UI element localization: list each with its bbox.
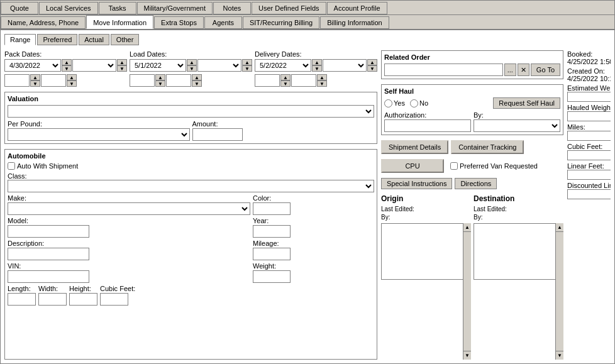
tab-quote[interactable]: Quote bbox=[1, 2, 38, 14]
pack-spin2-up[interactable]: ▲ bbox=[67, 74, 77, 80]
per-pound-select[interactable] bbox=[8, 128, 190, 141]
color-input[interactable] bbox=[253, 202, 291, 215]
load-date2-up[interactable]: ▲ bbox=[242, 59, 252, 65]
subtab-range[interactable]: Range bbox=[4, 34, 36, 45]
related-order-x-button[interactable]: ✕ bbox=[518, 63, 529, 76]
pack-spin2-down[interactable]: ▼ bbox=[67, 80, 77, 87]
pack-spinner2[interactable] bbox=[41, 74, 66, 87]
subtab-actual[interactable]: Actual bbox=[79, 34, 109, 45]
self-haul-no-radio[interactable]: No bbox=[410, 99, 428, 108]
special-instructions-button[interactable]: Special Instructions bbox=[381, 178, 452, 189]
request-self-haul-button[interactable]: Request Self Haul bbox=[493, 97, 560, 109]
amount-input[interactable] bbox=[192, 128, 243, 141]
load-spin1-down[interactable]: ▼ bbox=[155, 80, 165, 87]
delivery-date2-select[interactable] bbox=[323, 59, 367, 72]
height-input[interactable] bbox=[69, 293, 97, 306]
pack-spin1-down[interactable]: ▼ bbox=[30, 80, 40, 87]
dest-scroll-down[interactable]: ▼ bbox=[556, 351, 563, 360]
valuation-select[interactable] bbox=[8, 105, 374, 118]
tab-billing-info[interactable]: Billing Information bbox=[320, 16, 389, 29]
destination-notes[interactable] bbox=[474, 223, 563, 280]
load-date2-down[interactable]: ▼ bbox=[242, 65, 252, 72]
delivery-spin1-up[interactable]: ▲ bbox=[280, 74, 291, 80]
pack-date2-down[interactable]: ▼ bbox=[117, 65, 127, 72]
origin-scroll-down[interactable]: ▼ bbox=[463, 351, 471, 360]
delivery-date-select[interactable]: 5/2/2022 bbox=[255, 59, 311, 72]
pack-date-up[interactable]: ▲ bbox=[62, 59, 72, 65]
discounted-label: Discounted Linehaul: bbox=[567, 182, 611, 189]
delivery-date2-up[interactable]: ▲ bbox=[367, 59, 377, 65]
load-date-up[interactable]: ▲ bbox=[187, 59, 197, 65]
desc-input[interactable] bbox=[8, 248, 89, 260]
tab-user-defined[interactable]: User Defined Fields bbox=[252, 2, 326, 14]
miles-value: 75 bbox=[567, 131, 611, 141]
mileage-input[interactable] bbox=[253, 248, 291, 260]
pack-spinner1[interactable] bbox=[4, 74, 30, 87]
self-haul-yes-radio[interactable]: Yes bbox=[384, 99, 405, 108]
tab-account-profile[interactable]: Account Profile bbox=[327, 2, 387, 14]
delivery-spin2-up[interactable]: ▲ bbox=[317, 74, 327, 80]
origin-title: Origin bbox=[381, 194, 471, 203]
load-spinner1[interactable] bbox=[130, 74, 155, 87]
booked-value: 4/25/2022 1:50:46 PM bbox=[567, 58, 611, 65]
cubic-auto-input[interactable] bbox=[100, 293, 128, 306]
model-input[interactable] bbox=[8, 225, 89, 238]
delivery-date-up[interactable]: ▲ bbox=[312, 59, 322, 65]
class-select[interactable] bbox=[8, 180, 374, 192]
delivery-spinner2[interactable] bbox=[291, 74, 316, 87]
dest-scroll-up[interactable]: ▲ bbox=[556, 223, 563, 232]
cubic-feet-label: Cubic Feet: bbox=[567, 143, 611, 150]
pack-spin1-up[interactable]: ▲ bbox=[30, 74, 40, 80]
subtab-preferred[interactable]: Preferred bbox=[37, 34, 77, 45]
subtab-other[interactable]: Other bbox=[111, 34, 140, 45]
shipment-details-button[interactable]: Shipment Details bbox=[381, 140, 448, 154]
origin-scroll-up[interactable]: ▲ bbox=[463, 223, 471, 232]
length-label: Length: bbox=[8, 285, 36, 292]
tab-sit-billing[interactable]: SIT/Recurring Billing bbox=[243, 16, 319, 29]
tab-notes[interactable]: Notes bbox=[213, 2, 251, 14]
load-date-down[interactable]: ▼ bbox=[187, 65, 197, 72]
container-tracking-button[interactable]: Container Tracking bbox=[451, 140, 524, 154]
preferred-van-check[interactable]: Preferred Van Requested bbox=[450, 162, 538, 170]
directions-button[interactable]: Directions bbox=[455, 178, 497, 189]
tab-military-gov[interactable]: Military/Government bbox=[137, 2, 213, 14]
cpu-button[interactable]: CPU bbox=[381, 159, 444, 173]
load-spin2-up[interactable]: ▲ bbox=[192, 74, 202, 80]
make-select[interactable] bbox=[8, 202, 250, 215]
pack-date-select[interactable]: 4/30/2022 bbox=[4, 59, 61, 72]
tab-move-info[interactable]: Move Information bbox=[86, 15, 153, 29]
delivery-spin1-down[interactable]: ▼ bbox=[280, 80, 291, 87]
weight-auto-input[interactable] bbox=[253, 270, 291, 283]
delivery-spinner1[interactable] bbox=[255, 74, 280, 87]
pack-date2-up[interactable]: ▲ bbox=[117, 59, 127, 65]
load-date2-select[interactable] bbox=[197, 59, 241, 72]
pack-date-down[interactable]: ▼ bbox=[62, 65, 72, 72]
related-order-goto-button[interactable]: Go To bbox=[531, 63, 560, 76]
delivery-date-down[interactable]: ▼ bbox=[312, 65, 322, 72]
pack-date2-select[interactable] bbox=[72, 59, 116, 72]
linear-feet-value: 24 bbox=[567, 170, 611, 180]
tab-tasks[interactable]: Tasks bbox=[99, 2, 136, 14]
authorization-input[interactable] bbox=[384, 119, 471, 132]
delivery-dates-label: Delivery Dates: bbox=[255, 50, 377, 58]
tab-local-services[interactable]: Local Services bbox=[39, 2, 98, 14]
vin-input[interactable] bbox=[8, 270, 89, 283]
by-select[interactable] bbox=[474, 119, 560, 132]
length-input[interactable] bbox=[8, 293, 36, 306]
related-order-input[interactable] bbox=[384, 63, 503, 76]
auto-with-shipment-check[interactable]: Auto With Shipment bbox=[8, 162, 374, 170]
load-date-select[interactable]: 5/1/2022 bbox=[130, 59, 186, 72]
load-spin1-up[interactable]: ▲ bbox=[155, 74, 165, 80]
load-spin2-down[interactable]: ▼ bbox=[192, 80, 202, 87]
delivery-date2-down[interactable]: ▼ bbox=[367, 65, 377, 72]
tab-name-address[interactable]: Name, Address, Phone bbox=[1, 16, 86, 29]
load-spinner2[interactable] bbox=[166, 74, 191, 87]
year-input[interactable] bbox=[253, 225, 291, 238]
width-input[interactable] bbox=[38, 293, 67, 306]
related-order-dots-button[interactable]: ... bbox=[504, 63, 516, 76]
tab-agents[interactable]: Agents bbox=[204, 16, 242, 29]
origin-last-edited-label: Last Edited: bbox=[381, 206, 471, 212]
delivery-spin2-down[interactable]: ▼ bbox=[317, 80, 327, 87]
tab-extra-stops[interactable]: Extra Stops bbox=[154, 16, 204, 29]
origin-notes[interactable] bbox=[381, 223, 471, 280]
